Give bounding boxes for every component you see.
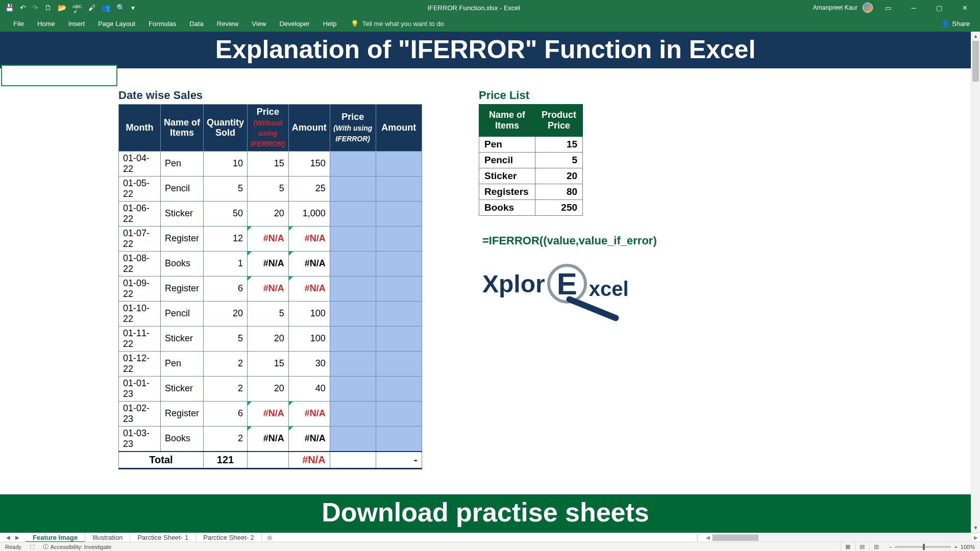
zoom-control[interactable]: − + 100%	[889, 544, 975, 550]
cell-qty[interactable]: 12	[204, 226, 248, 251]
pl-price[interactable]: 250	[535, 200, 583, 216]
cell-month[interactable]: 01-07-22	[119, 226, 161, 251]
next-sheet-icon[interactable]: ▶	[15, 535, 19, 540]
cell-amount[interactable]: #N/A	[288, 276, 330, 301]
cell-amount[interactable]: #N/A	[288, 426, 330, 452]
cell-amount[interactable]: #N/A	[288, 251, 330, 276]
tab-insert[interactable]: Insert	[62, 17, 91, 31]
cell-qty[interactable]: 20	[204, 301, 248, 326]
cell-price-without[interactable]: #N/A	[248, 251, 289, 276]
accessibility-status[interactable]: ⓘAccessibility: Investigate	[43, 543, 111, 550]
cell-price-without[interactable]: 20	[248, 376, 289, 401]
ribbon-display-icon[interactable]: ▭	[878, 0, 898, 15]
close-icon[interactable]: ✕	[954, 0, 975, 15]
vertical-scrollbar[interactable]: ▲ ▼	[971, 32, 980, 533]
table-row[interactable]: 01-06-22Sticker50201,000	[119, 201, 422, 226]
cell-amount[interactable]: 100	[288, 326, 330, 351]
cell-amount[interactable]: #N/A	[288, 226, 330, 251]
pl-name[interactable]: Pen	[479, 137, 535, 153]
table-row[interactable]: 01-09-22Register6#N/A#N/A	[119, 276, 422, 301]
prev-sheet-icon[interactable]: ◀	[6, 535, 10, 540]
zoom-out-icon[interactable]: −	[889, 544, 892, 550]
table-row[interactable]: Registers80	[479, 184, 583, 200]
table-row[interactable]: 01-11-22Sticker520100	[119, 326, 422, 351]
tab-help[interactable]: Help	[317, 17, 343, 31]
table-row[interactable]: 01-12-22Pen21530	[119, 351, 422, 376]
cell-price-with[interactable]	[330, 201, 376, 226]
tab-data[interactable]: Data	[183, 17, 209, 31]
cell-month[interactable]: 01-02-23	[119, 401, 161, 426]
cell-price-with[interactable]	[330, 351, 376, 376]
cell-amount2[interactable]	[376, 376, 422, 401]
print-preview-icon[interactable]: 🔍	[116, 4, 125, 12]
cell-qty[interactable]: 6	[204, 401, 248, 426]
format-painter-icon[interactable]: 🖌	[88, 4, 95, 12]
cell-qty[interactable]: 2	[204, 351, 248, 376]
cell-amount2[interactable]	[376, 151, 422, 176]
cell-amount[interactable]: #N/A	[288, 401, 330, 426]
scroll-left-icon[interactable]: ◀	[704, 535, 712, 540]
cell-item[interactable]: Pencil	[161, 301, 204, 326]
table-row[interactable]: Sticker20	[479, 168, 583, 184]
cell-qty[interactable]: 2	[204, 426, 248, 452]
sheet-nav[interactable]: ◀▶	[0, 535, 26, 540]
cell-amount2[interactable]	[376, 401, 422, 426]
cell-amount[interactable]: 150	[288, 151, 330, 176]
cell-price-without[interactable]: 15	[248, 151, 289, 176]
cell-qty[interactable]: 5	[204, 176, 248, 201]
cell-month[interactable]: 01-11-22	[119, 326, 161, 351]
sheet-tab-practice-2[interactable]: Parctice Sheet- 2	[196, 533, 262, 542]
page-layout-view-icon[interactable]: ▤	[855, 542, 869, 552]
cell-amount2[interactable]	[376, 426, 422, 452]
cell-amount2[interactable]	[376, 276, 422, 301]
cell-price-with[interactable]	[330, 426, 376, 452]
user-name[interactable]: Amanpreet Kaur	[813, 4, 857, 11]
cell-item[interactable]: Books	[161, 251, 204, 276]
cell-item[interactable]: Register	[161, 401, 204, 426]
cell-amount[interactable]: 30	[288, 351, 330, 376]
table-row[interactable]: 01-03-23Books2#N/A#N/A	[119, 426, 422, 452]
cell-item[interactable]: Pen	[161, 151, 204, 176]
cell-amount2[interactable]	[376, 176, 422, 201]
cell-amount[interactable]: 25	[288, 176, 330, 201]
maximize-icon[interactable]: ▢	[929, 0, 949, 15]
table-row[interactable]: Pen15	[479, 137, 583, 153]
cell-month[interactable]: 01-05-22	[119, 176, 161, 201]
pl-name[interactable]: Sticker	[479, 168, 535, 184]
cell-item[interactable]: Sticker	[161, 376, 204, 401]
cell-item[interactable]: Sticker	[161, 326, 204, 351]
cell-price-without[interactable]: #N/A	[248, 426, 289, 452]
add-sheet-icon[interactable]: ⊕	[262, 534, 278, 541]
cell-qty[interactable]: 1	[204, 251, 248, 276]
cell-price-without[interactable]: 20	[248, 201, 289, 226]
cell-price-with[interactable]	[330, 301, 376, 326]
cell-price-with[interactable]	[330, 276, 376, 301]
cell-amount2[interactable]	[376, 326, 422, 351]
user-avatar-icon[interactable]	[863, 3, 873, 13]
tab-page-layout[interactable]: Page Layout	[92, 17, 141, 31]
open-file-icon[interactable]: 📂	[58, 4, 66, 12]
cell-price-without[interactable]: #N/A	[248, 276, 289, 301]
undo-icon[interactable]: ↶	[20, 4, 26, 12]
cell-price-with[interactable]	[330, 251, 376, 276]
scroll-up-icon[interactable]: ▲	[971, 32, 980, 41]
minimize-icon[interactable]: ─	[903, 0, 924, 15]
price-list-table[interactable]: Name of Items Product Price Pen15Pencil5…	[479, 104, 583, 216]
cell-price-without[interactable]: #N/A	[248, 226, 289, 251]
new-file-icon[interactable]: 🗋	[44, 4, 52, 12]
sheet-tab-illustration[interactable]: Illustration	[85, 533, 130, 542]
cell-qty[interactable]: 10	[204, 151, 248, 176]
cell-month[interactable]: 01-09-22	[119, 276, 161, 301]
save-icon[interactable]: 💾	[5, 4, 14, 12]
cell-price-without[interactable]: 5	[248, 301, 289, 326]
share-button[interactable]: 👤 Share	[941, 20, 980, 28]
share-icon[interactable]: 👥	[102, 4, 110, 12]
tab-file[interactable]: File	[7, 17, 30, 31]
cell-amount2[interactable]	[376, 226, 422, 251]
tab-home[interactable]: Home	[31, 17, 61, 31]
cell-month[interactable]: 01-10-22	[119, 301, 161, 326]
cell-price-without[interactable]: #N/A	[248, 401, 289, 426]
cell-price-with[interactable]	[330, 326, 376, 351]
tab-view[interactable]: View	[246, 17, 272, 31]
cell-amount[interactable]: 100	[288, 301, 330, 326]
